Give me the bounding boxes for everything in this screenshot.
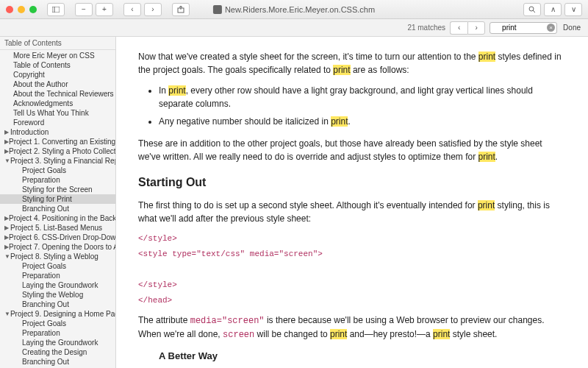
window-controls bbox=[6, 6, 37, 13]
zoom-out-button[interactable]: − bbox=[75, 3, 93, 16]
sidebar: Table of Contents More Eric Meyer on CSS… bbox=[0, 37, 116, 368]
toc-item[interactable]: Branching Out bbox=[0, 300, 115, 309]
body-text: The first thing to do is set up a second… bbox=[138, 199, 566, 225]
share-button[interactable] bbox=[172, 3, 190, 16]
toc-item[interactable]: Project Goals bbox=[0, 319, 115, 328]
highlight: print bbox=[478, 200, 495, 210]
highlight: print bbox=[433, 329, 450, 339]
highlight: print bbox=[331, 116, 348, 127]
body-text: These are in addition to the other proje… bbox=[138, 137, 566, 163]
toc-item[interactable]: Styling for the Screen bbox=[0, 185, 115, 194]
search-button[interactable] bbox=[523, 3, 541, 16]
toc-item[interactable]: ▶Project 2. Styling a Photo Collection bbox=[0, 146, 115, 156]
body-text: The attribute media="screen" is there be… bbox=[138, 314, 566, 342]
match-count: 21 matches bbox=[407, 24, 445, 32]
close-icon[interactable] bbox=[6, 6, 13, 13]
code-line: </head> bbox=[138, 294, 566, 307]
toc-item[interactable]: ▶Project 1. Converting an Existing Page bbox=[0, 137, 115, 146]
toc-item[interactable]: Branching Out bbox=[0, 204, 115, 213]
toc-item[interactable]: ▶Project 6. CSS-Driven Drop-Down Menus bbox=[0, 233, 115, 242]
document-icon bbox=[213, 5, 222, 14]
find-prev-button[interactable]: ‹ bbox=[450, 21, 467, 35]
code-inline: media="screen" bbox=[190, 316, 265, 326]
list-item: In print, every other row should have a … bbox=[159, 84, 566, 110]
window-title-text: New.Riders.More.Eric.Meyer.on.CSS.chm bbox=[225, 5, 375, 14]
highlight: print bbox=[333, 65, 350, 75]
toc-item[interactable]: ▼Project 9. Designing a Home Page bbox=[0, 309, 115, 319]
toc-item[interactable]: ▶Project 7. Opening the Doors to Attract… bbox=[0, 242, 115, 252]
find-next-button[interactable]: › bbox=[467, 21, 485, 35]
toc-item[interactable]: Tell Us What You Think bbox=[0, 108, 115, 118]
sidebar-toggle-button[interactable] bbox=[47, 3, 65, 16]
titlebar: − + ‹ › New.Riders.More.Eric.Meyer.on.CS… bbox=[0, 0, 588, 19]
toc-item[interactable]: Project Goals bbox=[0, 261, 115, 271]
toc-item[interactable]: ▶Project 4. Positioning in the Backgroun… bbox=[0, 213, 115, 223]
svg-line-5 bbox=[533, 10, 535, 13]
toc-item[interactable]: Branching Out bbox=[0, 357, 115, 367]
find-bar: 21 matches ‹ › 🔍 × Done bbox=[0, 19, 588, 37]
toc-item[interactable]: ▶Project 5. List-Based Menus bbox=[0, 223, 115, 233]
toc-list: More Eric Meyer on CSSTable of ContentsC… bbox=[0, 50, 115, 368]
toc-item[interactable]: Foreword bbox=[0, 118, 115, 127]
heading-starting-out: Starting Out bbox=[138, 174, 566, 191]
toc-item[interactable]: ▶Introduction bbox=[0, 127, 115, 137]
toc-item[interactable]: About the Author bbox=[0, 79, 115, 89]
toc-item[interactable]: More Eric Meyer on CSS bbox=[0, 51, 115, 60]
toc-item[interactable]: Styling for Print bbox=[0, 194, 115, 204]
sidebar-header: Table of Contents bbox=[0, 37, 115, 50]
done-button[interactable]: Done bbox=[562, 24, 582, 32]
toc-item[interactable]: Creating the Design bbox=[0, 347, 115, 357]
zoom-icon[interactable] bbox=[29, 6, 37, 13]
code-inline: screen bbox=[223, 330, 254, 340]
toc-item[interactable]: Styling the Weblog bbox=[0, 290, 115, 300]
toc-item[interactable]: ▼Project 8. Styling a Weblog bbox=[0, 252, 115, 261]
toc-item[interactable]: Laying the Groundwork bbox=[0, 280, 115, 290]
highlight: print bbox=[168, 85, 185, 96]
toc-item[interactable]: Copyright bbox=[0, 70, 115, 79]
clear-search-icon[interactable]: × bbox=[547, 24, 555, 32]
heading-better-way: A Better Way bbox=[159, 349, 566, 364]
highlight: print bbox=[330, 329, 347, 339]
body-text: Now that we've created a style sheet for… bbox=[138, 50, 566, 77]
bullet-list: In print, every other row should have a … bbox=[159, 84, 566, 128]
prev-result-button[interactable]: ∧ bbox=[544, 3, 562, 16]
highlight: print bbox=[478, 152, 495, 162]
back-button[interactable]: ‹ bbox=[123, 3, 141, 16]
svg-rect-0 bbox=[52, 7, 60, 13]
toc-item[interactable]: ▼Project 3. Styling a Financial Report bbox=[0, 156, 115, 166]
toc-item[interactable]: Preparation bbox=[0, 328, 115, 338]
window-title: New.Riders.More.Eric.Meyer.on.CSS.chm bbox=[213, 5, 375, 14]
code-line: </style> bbox=[138, 279, 566, 291]
toc-item[interactable]: Preparation bbox=[0, 175, 115, 185]
toc-item[interactable]: Acknowledgments bbox=[0, 99, 115, 108]
content-area[interactable]: Now that we've created a style sheet for… bbox=[116, 37, 588, 368]
highlight: print bbox=[478, 52, 495, 62]
list-item: Any negative number should be italicized… bbox=[159, 115, 566, 128]
toc-item[interactable]: Table of Contents bbox=[0, 60, 115, 70]
toc-item[interactable]: Project Goals bbox=[0, 166, 115, 175]
code-line: </style> bbox=[138, 233, 566, 245]
minimize-icon[interactable] bbox=[18, 6, 25, 13]
toc-item[interactable]: Laying the Groundwork bbox=[0, 338, 115, 347]
forward-button[interactable]: › bbox=[144, 3, 162, 16]
zoom-in-button[interactable]: + bbox=[96, 3, 113, 16]
code-line: <style type="text/css" media="screen"> bbox=[138, 248, 566, 261]
next-result-button[interactable]: ∨ bbox=[564, 3, 582, 16]
toc-item[interactable]: About the Technical Reviewers bbox=[0, 89, 115, 99]
toc-item[interactable]: Preparation bbox=[0, 271, 115, 280]
